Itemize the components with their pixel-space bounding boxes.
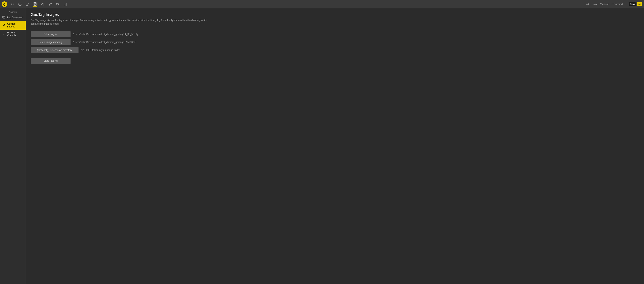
battery-icon [586,2,589,6]
safety-icon[interactable] [18,2,22,6]
toolbar: Q ⚙ [0,0,644,8]
select-save-directory-button[interactable]: (Optionally) Select save directory [31,47,78,53]
svg-rect-13 [588,3,589,4]
image-directory-row: Select image directory /Users/kabir/Deve… [31,39,639,45]
arm-status: Disarmed [612,2,623,5]
sidebar-item-label-log-download: Log Download [7,16,22,19]
svg-rect-11 [66,3,67,5]
sidebar-item-geotag-images[interactable]: GeoTag Images [0,21,26,30]
toolbar-icons: Q ⚙ [2,1,642,7]
svg-rect-8 [64,5,64,5]
log-file-row: Select log file /Users/kabir/Development… [31,31,639,37]
select-image-directory-button[interactable]: Select image directory [31,39,70,45]
fly-icon[interactable] [25,2,30,6]
select-log-file-button[interactable]: Select log file [31,31,70,37]
brand-logo: DX4 pro [629,2,642,6]
svg-rect-10 [66,3,66,5]
page-title: GeoTag Images [31,12,639,17]
start-tagging-row: Start Tagging [31,55,639,64]
analyze-icon[interactable] [33,2,38,6]
sidebar-item-label-geotag: GeoTag Images [7,22,24,28]
pro-logo: pro [637,2,642,6]
comms-icon[interactable] [40,2,45,6]
svg-rect-7 [56,3,58,5]
toolbar-status: N/A Manual Disarmed [586,2,623,6]
content-area: GeoTag Images GeoTag Images is used to t… [26,8,644,284]
save-directory-value: /TAGGED folder in your image folder [81,49,120,51]
sidebar-item-label-mavlink: Mavlink Console [7,31,24,37]
main-layout: Analyze Log Download [0,8,644,284]
app-logo-icon[interactable]: Q [2,1,7,7]
mode-status: Manual [600,2,608,5]
sidebar-section-analyze: Analyze [0,9,26,14]
svg-rect-12 [586,3,588,4]
sidebar: Analyze Log Download [0,8,26,284]
config-icon[interactable] [48,2,52,6]
log-download-icon [2,15,6,19]
camera-icon[interactable] [56,2,60,6]
mavlink-chevron-icon: › [2,33,6,35]
sidebar-item-log-download[interactable]: Log Download [0,14,26,21]
sidebar-item-mavlink-console[interactable]: › Mavlink Console [0,30,26,38]
svg-point-19 [4,24,4,25]
log-file-value: /Users/kabir/Development/test_dataset_ge… [73,33,138,36]
signal-icon[interactable] [63,2,68,6]
settings-icon[interactable]: ⚙ [10,2,15,6]
na-status: N/A [592,2,597,5]
start-tagging-button[interactable]: Start Tagging [31,58,70,64]
geotag-icon [2,23,6,27]
save-directory-row: (Optionally) Select save directory /TAGG… [31,47,639,53]
svg-rect-9 [65,4,65,5]
svg-point-1 [20,4,20,4]
page-description: GeoTag Images is used to tag a set of im… [31,18,210,26]
px4-logo: DX4 [629,2,636,6]
image-directory-value: /Users/kabir/Development/test_dataset_ge… [73,41,136,44]
